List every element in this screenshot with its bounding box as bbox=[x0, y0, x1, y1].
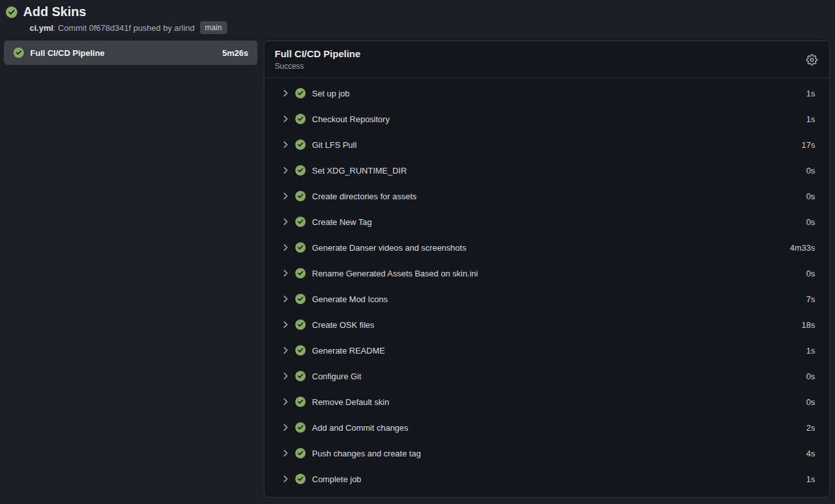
check-circle-icon bbox=[14, 48, 24, 58]
step-duration: 18s bbox=[802, 320, 815, 330]
step-duration: 7s bbox=[806, 294, 815, 304]
step-duration: 4m33s bbox=[790, 243, 815, 253]
step-duration: 1s bbox=[806, 346, 815, 356]
chevron-right-icon bbox=[281, 320, 290, 329]
chevron-right-icon bbox=[281, 114, 290, 123]
step-name: Generate Danser videos and screenshots bbox=[312, 243, 466, 253]
chevron-right-icon bbox=[281, 372, 290, 381]
check-circle-icon bbox=[6, 6, 17, 18]
check-circle-icon bbox=[295, 140, 306, 150]
step-row[interactable]: Push changes and create tag 4s bbox=[264, 440, 829, 466]
chevron-right-icon bbox=[281, 346, 290, 355]
steps-list: Set up job 1s Checkout Repository 1s Git… bbox=[264, 78, 829, 492]
run-subtitle: ci.yml: Commit 0f678d341f pushed by arli… bbox=[30, 21, 829, 34]
step-name: Create directories for assets bbox=[312, 192, 417, 201]
step-row[interactable]: Configure Git 0s bbox=[264, 363, 829, 389]
step-row[interactable]: Add and Commit changes 2s bbox=[264, 415, 829, 440]
step-row[interactable]: Create New Tag 0s bbox=[264, 209, 829, 235]
step-row[interactable]: Generate Danser videos and screenshots 4… bbox=[264, 235, 829, 260]
step-name: Create New Tag bbox=[312, 217, 372, 227]
step-row[interactable]: Complete job 1s bbox=[264, 466, 829, 492]
step-duration: 0s bbox=[806, 192, 815, 201]
step-row[interactable]: Generate Mod Icons 7s bbox=[264, 286, 829, 312]
step-name: Generate Mod Icons bbox=[312, 294, 388, 304]
run-title: Add Skins bbox=[23, 4, 86, 19]
chevron-right-icon bbox=[281, 294, 290, 303]
step-row[interactable]: Rename Generated Assets Based on skin.in… bbox=[264, 260, 829, 286]
step-row[interactable]: Remove Default skin 0s bbox=[264, 389, 829, 415]
step-row[interactable]: Git LFS Pull 17s bbox=[264, 132, 829, 158]
step-name: Rename Generated Assets Based on skin.in… bbox=[312, 269, 478, 278]
step-name: Create OSK files bbox=[312, 320, 374, 330]
step-name: Push changes and create tag bbox=[312, 449, 421, 458]
check-circle-icon bbox=[295, 294, 306, 304]
jobs-sidebar: Full CI/CD Pipeline 5m26s bbox=[4, 40, 257, 65]
check-circle-icon bbox=[295, 422, 306, 433]
step-row[interactable]: Set XDG_RUNTIME_DIR 0s bbox=[264, 158, 829, 183]
job-name: Full CI/CD Pipeline bbox=[30, 48, 105, 58]
job-detail-panel: Full CI/CD Pipeline Success Set up job 1… bbox=[264, 40, 830, 498]
chevron-right-icon bbox=[281, 243, 290, 252]
job-status-text: Success bbox=[275, 62, 360, 71]
step-duration: 1s bbox=[806, 114, 815, 124]
step-name: Generate README bbox=[312, 346, 385, 356]
check-circle-icon bbox=[295, 191, 306, 201]
step-duration: 4s bbox=[806, 449, 815, 458]
check-circle-icon bbox=[295, 474, 306, 484]
check-circle-icon bbox=[295, 345, 306, 356]
check-circle-icon bbox=[295, 242, 306, 253]
check-circle-icon bbox=[295, 268, 306, 278]
step-name: Complete job bbox=[312, 474, 362, 484]
step-name: Remove Default skin bbox=[312, 397, 389, 407]
sidebar-job-full-ci-cd-pipeline[interactable]: Full CI/CD Pipeline 5m26s bbox=[4, 40, 257, 65]
step-duration: 1s bbox=[806, 89, 815, 98]
chevron-right-icon bbox=[281, 269, 290, 278]
step-duration: 0s bbox=[806, 269, 815, 278]
chevron-right-icon bbox=[281, 89, 290, 98]
check-circle-icon bbox=[295, 320, 306, 330]
job-duration: 5m26s bbox=[223, 48, 248, 58]
step-duration: 0s bbox=[806, 166, 815, 176]
step-name: Git LFS Pull bbox=[312, 140, 356, 150]
step-duration: 0s bbox=[806, 217, 815, 227]
gear-icon[interactable] bbox=[806, 54, 818, 66]
chevron-right-icon bbox=[281, 192, 290, 201]
run-header: Add Skins ci.yml: Commit 0f678d341f push… bbox=[0, 0, 835, 37]
check-circle-icon bbox=[295, 88, 306, 98]
step-duration: 2s bbox=[806, 423, 815, 433]
chevron-right-icon bbox=[281, 166, 290, 175]
chevron-right-icon bbox=[281, 474, 290, 483]
chevron-right-icon bbox=[281, 217, 290, 226]
step-name: Configure Git bbox=[312, 372, 362, 381]
check-circle-icon bbox=[295, 397, 306, 407]
content-area: Full CI/CD Pipeline 5m26s Full CI/CD Pip… bbox=[0, 37, 835, 498]
check-circle-icon bbox=[295, 217, 306, 227]
commit-summary: : Commit 0f678d341f pushed by arlind bbox=[53, 23, 195, 33]
step-name: Set XDG_RUNTIME_DIR bbox=[312, 166, 407, 176]
step-name: Set up job bbox=[312, 89, 350, 98]
step-duration: 0s bbox=[806, 397, 815, 407]
step-row[interactable]: Checkout Repository 1s bbox=[264, 106, 829, 132]
check-circle-icon bbox=[295, 114, 306, 124]
step-row[interactable]: Create directories for assets 0s bbox=[264, 183, 829, 209]
check-circle-icon bbox=[295, 165, 306, 176]
chevron-right-icon bbox=[281, 423, 290, 432]
check-circle-icon bbox=[295, 448, 306, 458]
branch-badge[interactable]: main bbox=[200, 21, 227, 34]
step-duration: 1s bbox=[806, 474, 815, 484]
step-row[interactable]: Generate README 1s bbox=[264, 338, 829, 363]
workflow-file-name: ci.yml bbox=[30, 23, 53, 33]
chevron-right-icon bbox=[281, 397, 290, 406]
job-panel-title: Full CI/CD Pipeline bbox=[275, 48, 360, 59]
chevron-right-icon bbox=[281, 449, 290, 458]
step-row[interactable]: Set up job 1s bbox=[264, 80, 829, 106]
step-row[interactable]: Create OSK files 18s bbox=[264, 312, 829, 338]
step-name: Checkout Repository bbox=[312, 114, 390, 124]
step-duration: 0s bbox=[806, 372, 815, 381]
step-duration: 17s bbox=[802, 140, 815, 150]
chevron-right-icon bbox=[281, 140, 290, 149]
step-name: Add and Commit changes bbox=[312, 423, 408, 433]
check-circle-icon bbox=[295, 371, 306, 381]
job-panel-header: Full CI/CD Pipeline Success bbox=[264, 41, 829, 77]
